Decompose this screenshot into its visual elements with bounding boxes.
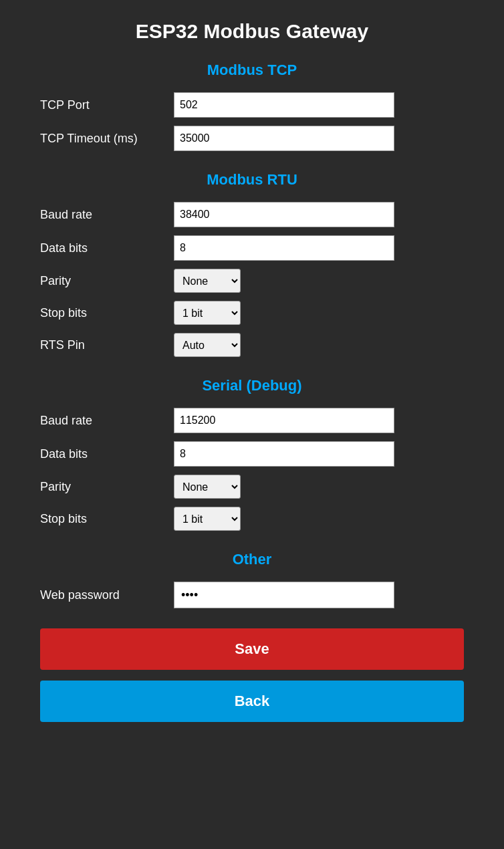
debug-data-bits-label: Data bits [40,447,174,461]
debug-stop-bits-select[interactable]: 1 bit 2 bits [174,507,241,531]
save-button[interactable]: Save [40,628,464,670]
button-section: Save Back [40,628,464,722]
debug-stop-bits-row: Stop bits 1 bit 2 bits [40,507,464,531]
rtu-data-bits-input-wrapper [174,235,394,261]
debug-data-bits-input[interactable] [174,441,394,467]
debug-baud-rate-input[interactable] [174,408,394,433]
rtu-data-bits-row: Data bits [40,235,464,261]
debug-baud-rate-row: Baud rate [40,408,464,433]
rtu-rts-pin-select[interactable]: Auto None 1 2 3 4 5 [174,333,241,357]
modbus-rtu-section: Modbus RTU Baud rate Data bits Parity No… [40,171,464,357]
debug-data-bits-input-wrapper [174,441,394,467]
rtu-stop-bits-row: Stop bits 1 bit 2 bits [40,301,464,325]
serial-debug-title: Serial (Debug) [40,377,464,394]
rtu-data-bits-label: Data bits [40,241,174,255]
tcp-port-label: TCP Port [40,98,174,112]
debug-stop-bits-label: Stop bits [40,512,174,526]
modbus-rtu-title: Modbus RTU [40,171,464,189]
tcp-timeout-input[interactable] [174,126,394,151]
rtu-baud-rate-input[interactable] [174,202,394,227]
page-container: ESP32 Modbus Gateway Modbus TCP TCP Port… [0,0,504,749]
debug-parity-row: Parity None Even Odd [40,475,464,499]
debug-data-bits-row: Data bits [40,441,464,467]
web-password-input-wrapper [174,582,394,608]
web-password-label: Web password [40,588,174,602]
rtu-baud-rate-label: Baud rate [40,208,174,222]
tcp-timeout-row: TCP Timeout (ms) [40,126,464,151]
rtu-baud-rate-row: Baud rate [40,202,464,227]
modbus-tcp-section: Modbus TCP TCP Port TCP Timeout (ms) [40,62,464,151]
modbus-tcp-title: Modbus TCP [40,62,464,79]
tcp-port-input-wrapper [174,92,394,118]
debug-baud-rate-label: Baud rate [40,414,174,428]
rtu-parity-label: Parity [40,274,174,288]
tcp-timeout-label: TCP Timeout (ms) [40,132,174,146]
rtu-baud-rate-input-wrapper [174,202,394,227]
debug-baud-rate-input-wrapper [174,408,394,433]
other-section: Other Web password [40,551,464,608]
debug-parity-label: Parity [40,480,174,494]
rtu-data-bits-input[interactable] [174,235,394,261]
serial-debug-section: Serial (Debug) Baud rate Data bits Parit… [40,377,464,531]
rtu-parity-row: Parity None Even Odd [40,269,464,293]
rtu-stop-bits-select[interactable]: 1 bit 2 bits [174,301,241,325]
rtu-rts-pin-row: RTS Pin Auto None 1 2 3 4 5 [40,333,464,357]
page-title: ESP32 Modbus Gateway [40,20,464,43]
tcp-port-row: TCP Port [40,92,464,118]
tcp-port-input[interactable] [174,92,394,118]
web-password-input[interactable] [174,582,394,608]
back-button[interactable]: Back [40,681,464,722]
rtu-stop-bits-label: Stop bits [40,306,174,320]
debug-parity-select[interactable]: None Even Odd [174,475,241,499]
web-password-row: Web password [40,582,464,608]
tcp-timeout-input-wrapper [174,126,394,151]
rtu-parity-select[interactable]: None Even Odd [174,269,241,293]
other-title: Other [40,551,464,568]
rtu-rts-pin-label: RTS Pin [40,338,174,352]
